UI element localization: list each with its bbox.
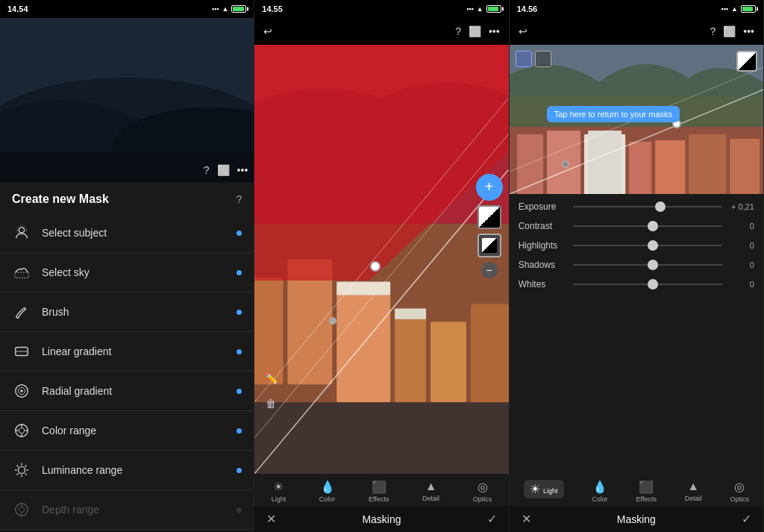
optics-tab-icon-3: ◎ — [734, 480, 745, 494]
battery-icon-1 — [231, 5, 246, 13]
exposure-row: Exposure + 0,21 — [519, 197, 754, 216]
signal-icon-3: ▪▪▪ — [721, 5, 728, 13]
effects-tab-label: Effects — [369, 495, 389, 503]
radial-gradient-icon — [12, 381, 31, 401]
mask-thumbnail-2[interactable] — [478, 234, 501, 257]
depth-range-icon — [12, 500, 31, 519]
mask-item-color-range[interactable]: Color range — [0, 411, 254, 451]
light-tab-label-3: Light — [543, 487, 558, 495]
close-masking-3[interactable]: ✕ — [522, 512, 531, 526]
tab-detail-2[interactable]: ▲ Detail — [422, 480, 439, 503]
contrast-thumb[interactable] — [648, 221, 658, 231]
mask-item-select-subject[interactable]: Select subject — [0, 213, 254, 253]
whites-slider[interactable] — [573, 284, 722, 285]
highlights-row: Highlights 0 — [519, 236, 754, 255]
tab-light-3-bg: ☀ Light — [524, 480, 564, 498]
mask-item-radial-gradient[interactable]: Radial gradient — [0, 372, 254, 411]
linear-gradient-icon — [12, 342, 31, 361]
help-icon-2[interactable]: ? — [455, 25, 461, 37]
tab-light-3[interactable]: ☀ Light — [524, 480, 564, 503]
undo-icon[interactable]: ↩ — [263, 25, 272, 37]
mask-toggle-icon-3[interactable]: ⬜ — [723, 25, 736, 37]
mask-item-brush[interactable]: Brush — [0, 292, 254, 332]
color-range-dot — [237, 428, 242, 434]
mask-thumbnail-1[interactable] — [478, 205, 501, 229]
status-bar-3: 14.56 ▪▪▪ ▲ — [510, 0, 763, 18]
select-sky-dot — [237, 270, 242, 275]
tab-optics-3[interactable]: ◎ Optics — [730, 480, 750, 503]
shadows-label: Shadows — [519, 260, 567, 270]
more-icon[interactable]: ••• — [237, 164, 248, 176]
photo-preview-1: ? ⬜ ••• — [0, 18, 254, 182]
whites-row: Whites 0 — [519, 275, 754, 294]
tab-color-2[interactable]: 💧 Color — [319, 480, 336, 503]
more-icon-3[interactable]: ••• — [743, 25, 754, 37]
tab-detail-3[interactable]: ▲ Detail — [685, 480, 702, 503]
shadows-thumb[interactable] — [648, 260, 658, 270]
close-masking-2[interactable]: ✕ — [266, 512, 276, 526]
mask-thumbnail-right[interactable] — [736, 51, 757, 72]
optics-tab-label: Optics — [473, 495, 492, 503]
subtract-mask-button[interactable]: − — [481, 262, 498, 278]
exposure-thumb[interactable] — [655, 201, 666, 212]
edit-icon[interactable]: ✏️ — [260, 368, 281, 389]
luminance-range-icon — [12, 460, 31, 480]
tooltip-text: Tap here to return to your masks — [554, 110, 672, 119]
svg-point-5 — [19, 228, 24, 233]
status-bar-2: 14.55 ▪▪▪ ▲ — [254, 0, 508, 18]
color-tab-label-3: Color — [592, 495, 608, 503]
adjustments-list: Exposure + 0,21 Contrast 0 Highlights 0 … — [510, 194, 763, 475]
photo-area-3: Tap here to return to your masks — [510, 45, 763, 194]
tab-effects-2[interactable]: ⬛ Effects — [369, 480, 389, 503]
optics-tab-label-3: Optics — [730, 495, 750, 503]
whites-thumb[interactable] — [648, 279, 658, 290]
shadows-slider[interactable] — [573, 264, 722, 266]
mask-toggle-icon[interactable]: ⬜ — [469, 25, 481, 37]
svg-rect-49 — [517, 134, 543, 194]
mask-icon[interactable]: ⬜ — [217, 164, 230, 176]
color-range-icon — [12, 421, 31, 440]
help-icon-3[interactable]: ? — [710, 25, 716, 37]
mask-square-2[interactable] — [535, 51, 551, 67]
svg-rect-54 — [689, 134, 726, 194]
radial-gradient-dot — [237, 389, 242, 394]
mask-item-luminance-range[interactable]: Luminance range — [0, 451, 254, 490]
svg-line-26 — [25, 465, 26, 466]
brush-dot — [237, 310, 242, 315]
exposure-slider[interactable] — [573, 206, 722, 207]
confirm-masking-3[interactable]: ✓ — [742, 512, 751, 526]
tab-color-3[interactable]: 💧 Color — [592, 480, 608, 503]
tab-effects-3[interactable]: ⬛ Effects — [636, 480, 657, 503]
highlights-label: Highlights — [519, 240, 567, 251]
panel2-tab-bar: ☀ Light 💧 Color ⬛ Effects ▲ Detail ◎ Opt… — [254, 474, 508, 506]
panel2-toolbar: ↩ ? ⬜ ••• — [254, 18, 508, 45]
mask-bottom-left-tools: ✏️ 🗑 — [260, 368, 281, 414]
tab-optics-2[interactable]: ◎ Optics — [473, 480, 492, 503]
undo-icon-3[interactable]: ↩ — [519, 25, 527, 37]
confirm-masking-2[interactable]: ✓ — [487, 512, 497, 526]
gradient-handle-3-2[interactable] — [562, 160, 569, 168]
photo-masking-area[interactable]: + − ✏️ 🗑 — [254, 45, 508, 474]
tab-light-2[interactable]: ☀ Light — [272, 480, 286, 503]
svg-rect-42 — [254, 402, 508, 474]
panel3-tab-bar: ☀ Light 💧 Color ⬛ Effects ▲ Detail ◎ Opt… — [510, 475, 763, 506]
delete-icon[interactable]: 🗑 — [260, 393, 281, 414]
return-to-masks-tooltip[interactable]: Tap here to return to your masks — [547, 106, 680, 122]
mask-square-1[interactable] — [516, 51, 532, 67]
contrast-slider[interactable] — [573, 225, 722, 227]
mask-item-select-sky[interactable]: Select sky — [0, 253, 254, 292]
toolbar-left-3: ↩ — [519, 25, 527, 37]
status-icons-2: ▪▪▪ ▲ — [466, 5, 501, 13]
help-icon-photo[interactable]: ? — [204, 164, 210, 176]
highlights-thumb[interactable] — [648, 240, 658, 251]
exposure-label: Exposure — [519, 201, 567, 212]
highlights-slider[interactable] — [573, 245, 722, 246]
add-mask-button[interactable]: + — [476, 174, 503, 201]
header-help-icon[interactable]: ? — [237, 193, 242, 205]
mask-item-linear-gradient[interactable]: Linear gradient — [0, 332, 254, 372]
panel2-masking-bar: ✕ Masking ✓ — [254, 506, 508, 532]
svg-line-25 — [25, 473, 26, 475]
create-mask-header: Create new Mask ? — [0, 182, 254, 213]
more-icon-2[interactable]: ••• — [489, 25, 500, 37]
svg-rect-7 — [15, 272, 28, 278]
